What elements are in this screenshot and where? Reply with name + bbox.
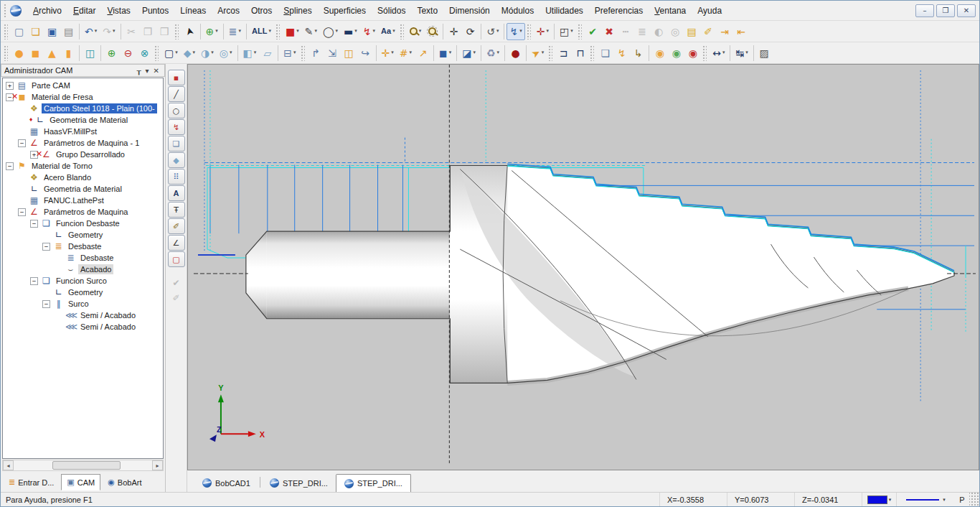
viewport-canvas[interactable]: Y X Z <box>187 64 979 470</box>
menu-dimension[interactable]: Dimensión <box>443 3 496 19</box>
tree-item-semi-acabado[interactable]: ⋘Semi / Acabado <box>3 310 163 321</box>
menu-solidos[interactable]: Sólidos <box>372 3 411 19</box>
tree-item-grupo-desarrollado[interactable]: +∠✕Grupo Desarrollado <box>3 149 163 160</box>
dim-linear-button[interactable]: ↔▾ <box>710 45 727 62</box>
select-cursor-button[interactable]: ➤ <box>182 23 198 40</box>
menubar-grip[interactable] <box>4 4 7 18</box>
refresh-view-button[interactable]: ⟳ <box>462 23 479 40</box>
render-material-button[interactable]: ◉ <box>668 45 684 62</box>
collapse-box[interactable]: − <box>30 220 38 228</box>
polyline-attributes-button[interactable]: ↯▾ <box>360 23 378 40</box>
current-color-dropdown[interactable]: ▾ <box>862 493 896 506</box>
collapse-box[interactable]: − <box>6 162 14 170</box>
direction-arrow-button[interactable]: ➤▾ <box>529 45 547 62</box>
solid-cone-button[interactable]: ▲ <box>44 45 60 62</box>
tree-item-material-de-fresa[interactable]: −◼✕Material de Fresa <box>3 91 163 103</box>
select-shape-button[interactable]: ❏ <box>168 136 185 152</box>
rectangle-tool-button[interactable]: ▢▾ <box>161 45 181 62</box>
select-angle-button[interactable]: ∠ <box>168 235 185 251</box>
tree-item-geometry[interactable]: ∟Geometry <box>3 229 163 241</box>
text-attributes-button[interactable]: Aa▾ <box>378 23 398 40</box>
selection-filter-button[interactable]: ≣▾ <box>226 23 244 40</box>
pattern-grid-button[interactable]: #▾ <box>397 45 415 62</box>
menu-arcos[interactable]: Arcos <box>212 3 245 19</box>
snap-toggle-button[interactable]: ↯▾ <box>507 23 524 40</box>
delete-entity-button[interactable]: ♻▾ <box>484 45 502 62</box>
select-dimension-button[interactable]: Ŧ <box>168 202 185 218</box>
protractor-brush-button[interactable]: ✐ <box>700 23 717 40</box>
tree-item-fanuc-lathepst[interactable]: ▦FANUC.LathePst <box>3 195 163 206</box>
pan-button[interactable]: ✛ <box>446 23 462 40</box>
menu-modulos[interactable]: Módulos <box>496 3 540 19</box>
toolbar-grip[interactable] <box>590 45 594 61</box>
menu-puntos[interactable]: Puntos <box>136 3 174 19</box>
select-profile-button[interactable]: ▢ <box>168 251 185 267</box>
panel-tab-bobart[interactable]: ◉BobArt <box>102 474 147 490</box>
filter-all-button[interactable]: ALL▾ <box>249 23 274 40</box>
solid-sphere-button[interactable]: ● <box>11 45 27 62</box>
tree-item-parte-cam[interactable]: +▤Parte CAM <box>3 80 163 91</box>
boolean-union-button[interactable]: ⊕ <box>103 45 120 62</box>
rotate-sketch-button[interactable]: ↪ <box>357 45 374 62</box>
cancel-x-button[interactable]: ✖ <box>601 23 618 40</box>
crosshair-button[interactable]: ✛▾ <box>379 45 397 62</box>
measure-distance-button[interactable]: ⇥ <box>717 23 733 40</box>
menu-vistas[interactable]: Vistas <box>101 3 136 19</box>
new-file-button[interactable]: ▢ <box>11 23 27 40</box>
surface-flatten-button[interactable]: ▱ <box>259 45 275 62</box>
tree-item-geometria-de-material[interactable]: ♦∟Geometria de Material <box>3 114 163 126</box>
toolbar-grip[interactable] <box>527 24 531 39</box>
tree-item-carbon-steel-1018-plain-100[interactable]: ❖Carbon Steel 1018 - Plain (100- <box>3 103 163 114</box>
menu-ayuda[interactable]: Ayuda <box>692 3 727 19</box>
tree-item-geometry[interactable]: ∟Geometry <box>3 287 163 298</box>
zoom-button[interactable]: ▾ <box>407 23 425 40</box>
select-text-button[interactable]: A <box>168 185 185 201</box>
panel-tab-cam[interactable]: ▣CAM <box>61 474 100 490</box>
scroll-right-arrow[interactable]: ▸ <box>152 460 163 470</box>
select-point-button[interactable]: ▪ <box>168 70 185 85</box>
menu-lineas[interactable]: Líneas <box>174 3 212 19</box>
tree-item-geometria-de-material[interactable]: ∟Geometria de Material <box>3 183 163 195</box>
toolbar-grip[interactable] <box>154 45 159 61</box>
zoom-window-button[interactable] <box>424 23 440 40</box>
tree-hscrollbar[interactable]: ◂ ▸ <box>2 460 164 471</box>
surface-loft-button[interactable]: ◆▾ <box>181 45 198 62</box>
open-file-button[interactable]: ❏ <box>27 23 44 40</box>
ruler-button[interactable]: ▤ <box>684 23 700 40</box>
select-grid-button[interactable]: ⠿ <box>168 169 185 185</box>
toolbar-grip[interactable] <box>548 45 552 61</box>
collapse-box[interactable]: − <box>42 300 50 308</box>
measure-between-button[interactable]: ⇤ <box>733 23 750 40</box>
collapse-box[interactable]: − <box>42 243 50 251</box>
tree-item-haasvf-millpst[interactable]: ▦HaasVF.MillPst <box>3 126 163 137</box>
toolbar-grip[interactable] <box>301 45 305 61</box>
extract-edges-button[interactable]: ↯ <box>613 45 630 62</box>
move-sketch-button[interactable]: ↱ <box>308 45 324 62</box>
tree-item-par-metros-de-maquina[interactable]: −∠Parámetros de Maquina <box>3 206 163 218</box>
toolbar-grip[interactable] <box>4 45 8 61</box>
tree-item-surco[interactable]: −∥Surco <box>3 298 163 310</box>
origin-ucs-button[interactable]: ✛▾ <box>534 23 552 40</box>
close-button[interactable]: ✕ <box>957 4 976 17</box>
panel-tab-entrar-d[interactable]: ≣Entrar D... <box>3 474 60 490</box>
boolean-intersect-button[interactable]: ⊗ <box>136 45 153 62</box>
toolbar-grip[interactable] <box>702 45 707 61</box>
collapse-box[interactable]: − <box>30 277 38 285</box>
surface-revolve-button[interactable]: ◑▾ <box>198 45 217 62</box>
stock-box-button[interactable]: ◫ <box>82 45 98 62</box>
tree-item-semi-acabado[interactable]: ⋘Semi / Acabado <box>3 321 163 332</box>
menu-utilidades[interactable]: Utilidades <box>540 3 589 19</box>
tree-item-desbaste[interactable]: −≣Desbaste <box>3 241 163 252</box>
scroll-left-arrow[interactable]: ◂ <box>3 460 14 470</box>
minimize-button[interactable]: – <box>915 4 934 17</box>
collapse-box[interactable]: − <box>18 208 26 216</box>
toolbar-grip[interactable] <box>174 24 179 39</box>
select-surface-button[interactable]: ◆ <box>168 152 185 168</box>
panel-menu-icon[interactable]: ▾ <box>143 67 151 75</box>
project-sketch-button[interactable]: ⇲ <box>324 45 341 62</box>
render-off-button[interactable]: ◉ <box>684 45 701 62</box>
doc-tab-step-dri-2[interactable]: STEP_DRI... <box>336 474 411 492</box>
tree-item-par-metros-de-maquina-1[interactable]: −∠Parámetros de Maquina - 1 <box>3 137 163 149</box>
tree-item-funcion-desbaste[interactable]: −❏Funcion Desbaste <box>3 218 163 229</box>
menu-superficies[interactable]: Superficies <box>318 3 372 19</box>
